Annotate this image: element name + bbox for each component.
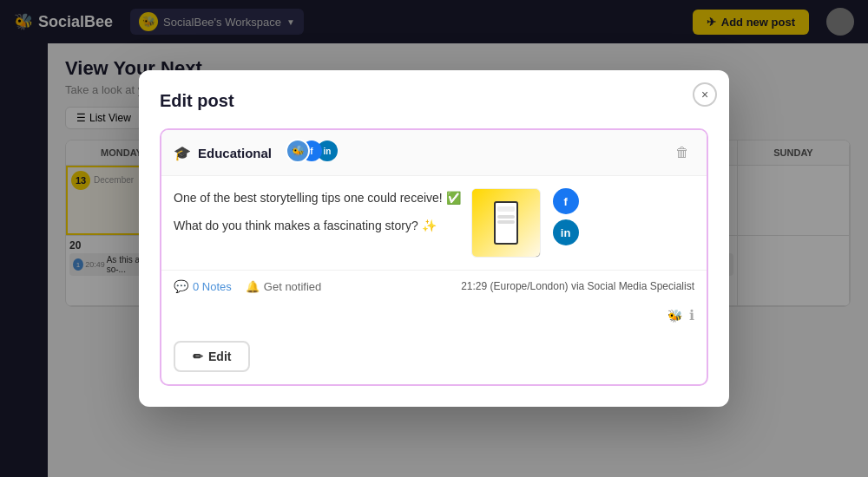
- post-footer: 💬 0 Notes 🔔 Get notified 21:29 (Europe/L…: [161, 270, 707, 302]
- edit-post-modal: Edit post × 🎓 Educational 🐝 f in: [139, 70, 729, 407]
- delete-button[interactable]: 🗑: [670, 143, 694, 162]
- delete-icon: 🗑: [675, 145, 689, 160]
- bell-icon: 🔔: [246, 280, 260, 293]
- bee-icon: 🐝: [667, 309, 682, 323]
- speech-bubble-icon: 💬: [174, 279, 188, 293]
- post-text-line1: One of the best storytelling tips one co…: [174, 188, 461, 207]
- notes-label: 0 Notes: [193, 280, 232, 293]
- post-card-header: 🎓 Educational 🐝 f in 🗑: [161, 130, 707, 176]
- post-timestamp: 21:29 (Europe/London) via Social Media S…: [461, 280, 694, 292]
- modal-close-button[interactable]: ×: [693, 82, 717, 107]
- category-emoji: 🎓: [174, 145, 191, 161]
- edit-label: Edit: [208, 350, 231, 363]
- edit-btn-row: ✏ Edit: [161, 332, 707, 384]
- category-name: Educational: [198, 146, 272, 160]
- notes-button[interactable]: 💬 0 Notes: [174, 279, 232, 293]
- info-icon[interactable]: ℹ: [689, 307, 694, 323]
- social-icons-group: 🐝 f in: [286, 139, 346, 167]
- post-text: One of the best storytelling tips one co…: [174, 188, 461, 258]
- linkedin-side-icon[interactable]: in: [553, 219, 579, 245]
- post-body: One of the best storytelling tips one co…: [161, 176, 553, 270]
- modal-title: Edit post: [160, 91, 708, 111]
- pencil-icon: ✏: [193, 350, 203, 363]
- post-card: 🎓 Educational 🐝 f in 🗑: [160, 128, 708, 386]
- post-image: [471, 188, 541, 258]
- get-notified-button[interactable]: 🔔 Get notified: [246, 280, 322, 293]
- post-footer-icons: 🐝 ℹ: [161, 307, 707, 332]
- post-body-row: One of the best storytelling tips one co…: [161, 176, 707, 270]
- social-side-icons: f in: [553, 176, 579, 270]
- facebook-side-icon[interactable]: f: [553, 188, 579, 214]
- post-text-line2: What do you think makes a fascinating st…: [174, 216, 461, 235]
- edit-button[interactable]: ✏ Edit: [174, 341, 250, 372]
- get-notified-label: Get notified: [264, 280, 322, 293]
- modal-overlay: Edit post × 🎓 Educational 🐝 f in: [0, 0, 868, 477]
- close-icon: ×: [701, 88, 708, 101]
